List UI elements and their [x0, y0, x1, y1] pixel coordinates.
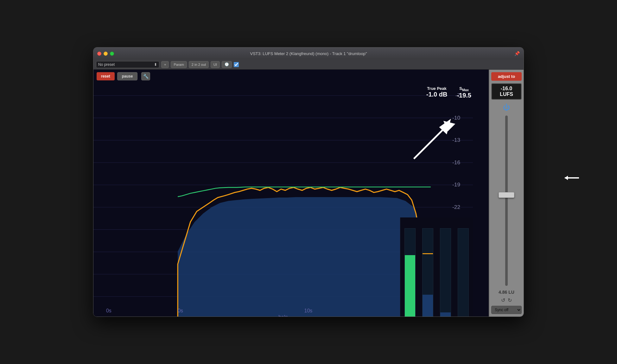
- param-button[interactable]: Param: [171, 61, 187, 68]
- power-button[interactable]: ⏻: [503, 104, 510, 112]
- preset-dropdown[interactable]: No preset ⬍: [96, 61, 159, 68]
- svg-text:help: help: [278, 314, 288, 317]
- s-bar-fill: [440, 312, 451, 317]
- close-button[interactable]: [97, 52, 101, 56]
- svg-text:10s: 10s: [304, 308, 313, 313]
- svg-text:-22: -22: [452, 204, 460, 210]
- gain-slider-container: [491, 116, 522, 286]
- lra-peak-marker: [423, 253, 433, 254]
- titlebar: VST3: LUFS Meter 2 (Klangfreund) (mono) …: [93, 47, 524, 60]
- io-button[interactable]: 2 in 2 out: [189, 61, 209, 68]
- undo-redo-group: ↺ ↻: [501, 297, 512, 303]
- i-bar-meter: [402, 228, 418, 317]
- svg-text:-13: -13: [452, 137, 460, 143]
- right-panel: adjust to -16.0 LUFS ⏻ 4.86 LU ↺ ↻: [489, 70, 524, 317]
- controls-bar: reset pause 🔧: [93, 70, 489, 83]
- toolbar: No preset ⬍ + Param 2 in 2 out UI 🕐: [93, 60, 524, 70]
- window-title: VST3: LUFS Meter 2 (Klangfreund) (mono) …: [250, 51, 367, 56]
- svg-text:-10: -10: [452, 115, 460, 121]
- chart-area: -7 -10 -13 -16 -19 -22 -25 -28 -31 -34 L…: [93, 83, 489, 317]
- svg-text:-7: -7: [455, 92, 460, 98]
- sync-dropdown[interactable]: Sync off Sync on: [491, 306, 522, 314]
- settings-button[interactable]: 🔧: [141, 72, 150, 80]
- svg-text:0s: 0s: [106, 308, 111, 313]
- undo-button[interactable]: ↺: [501, 297, 505, 303]
- pin-icon[interactable]: 📌: [514, 51, 520, 56]
- reset-button[interactable]: reset: [97, 72, 115, 80]
- m-bar-meter: [455, 228, 471, 317]
- adjust-button[interactable]: adjust to: [491, 72, 522, 81]
- clock-button[interactable]: 🕐: [222, 61, 232, 68]
- svg-line-26: [414, 129, 443, 159]
- main-content: reset pause 🔧: [93, 70, 524, 317]
- lra-bar-meter: [420, 228, 436, 317]
- gain-slider-track[interactable]: [505, 116, 508, 286]
- pause-button[interactable]: pause: [117, 72, 138, 80]
- arrow-annotation-1: [414, 116, 455, 159]
- svg-text:-19: -19: [452, 181, 460, 188]
- lufs-target-display: -16.0 LUFS: [491, 83, 522, 100]
- ui-button[interactable]: UI: [211, 61, 220, 68]
- traffic-lights: [97, 52, 114, 56]
- svg-text:-16: -16: [452, 159, 460, 166]
- chevron-down-icon: ⬍: [154, 62, 157, 67]
- bar-meters: [400, 217, 473, 317]
- lra-bar-fill: [423, 299, 433, 317]
- svg-text:0s: 0s: [178, 308, 183, 313]
- lu-value: 4.86 LU: [499, 290, 514, 295]
- left-panel: reset pause 🔧: [93, 70, 489, 317]
- maximize-button[interactable]: [110, 52, 114, 56]
- plugin-window: VST3: LUFS Meter 2 (Klangfreund) (mono) …: [93, 47, 524, 317]
- minimize-button[interactable]: [104, 52, 108, 56]
- lra-bar-fill2: [423, 295, 433, 299]
- i-bar-fill: [405, 255, 415, 317]
- enable-checkbox[interactable]: [234, 62, 239, 67]
- s-bar-meter: [438, 228, 454, 317]
- redo-button[interactable]: ↻: [508, 297, 512, 303]
- gain-slider-thumb[interactable]: [499, 192, 514, 198]
- add-button[interactable]: +: [161, 61, 169, 68]
